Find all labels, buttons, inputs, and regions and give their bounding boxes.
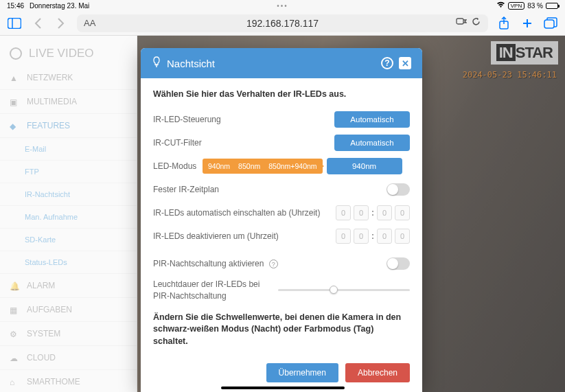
close-icon[interactable]: ✕ bbox=[399, 57, 411, 69]
battery-icon bbox=[546, 3, 558, 9]
modal-header: Nachtsicht ? ✕ bbox=[141, 48, 422, 78]
sidebar-title[interactable]: LIVE VIDEO bbox=[0, 41, 137, 66]
url-bar[interactable]: AA 192.168.178.117 bbox=[77, 14, 488, 32]
extension-icon[interactable] bbox=[456, 16, 467, 30]
auto-off-label: IR-LEDs deaktivieren um (Uhrzeit) bbox=[153, 231, 336, 241]
bulb-icon bbox=[152, 56, 161, 70]
system-icon: ⚙ bbox=[10, 330, 19, 338]
pir-label: PIR-Nachtschaltung aktivieren ? bbox=[153, 259, 387, 269]
sidebar-item-netzwerk[interactable]: ▲NETZWERK bbox=[0, 66, 137, 90]
features-icon: ◆ bbox=[10, 122, 19, 130]
led-mode-tooltip: 940nm 850nm 850nm+940nm bbox=[203, 159, 323, 174]
multimedia-icon: ▣ bbox=[10, 97, 19, 106]
share-icon[interactable] bbox=[496, 16, 511, 31]
alarm-icon: 🔔 bbox=[10, 281, 19, 290]
auto-on-time[interactable]: 0 0 : 0 0 bbox=[336, 205, 410, 220]
cloud-icon: ☁ bbox=[10, 354, 19, 362]
ir-cut-label: IR-CUT-Filter bbox=[153, 138, 334, 148]
led-mode-select[interactable]: 940nm bbox=[327, 158, 402, 174]
battery-pct: 83 % bbox=[527, 2, 543, 10]
sidebar-item-aufnahme[interactable]: Man. Aufnahme bbox=[0, 206, 137, 229]
pir-toggle[interactable] bbox=[387, 257, 410, 270]
sidebar-item-smarthome[interactable]: ⌂SMARTHOME bbox=[0, 370, 137, 392]
info-icon[interactable]: ? bbox=[269, 260, 278, 268]
fixed-schedule-label: Fester IR-Zeitplan bbox=[153, 185, 387, 194]
apply-button[interactable]: Übernehmen bbox=[266, 363, 338, 382]
sidebar-item-aufgaben[interactable]: ▦AUFGABEN bbox=[0, 298, 137, 322]
led-mode-label: LED-Modus bbox=[153, 161, 203, 171]
wifi-icon bbox=[496, 1, 505, 10]
tasks-icon: ▦ bbox=[10, 305, 19, 314]
pir-duration-slider[interactable] bbox=[278, 289, 410, 291]
sidebar-item-system[interactable]: ⚙SYSTEM bbox=[0, 322, 137, 346]
sidebar-item-email[interactable]: E-Mail bbox=[0, 138, 137, 161]
svg-rect-0 bbox=[8, 18, 21, 28]
app-sidebar: LIVE VIDEO ▲NETZWERK ▣MULTIMEDIA ◆FEATUR… bbox=[0, 36, 137, 392]
tabs-icon[interactable] bbox=[543, 16, 558, 31]
auto-on-label: IR-LEDs automatisch einschalten ab (Uhrz… bbox=[153, 208, 336, 218]
status-time: 15:46 bbox=[7, 2, 24, 10]
auto-off-time[interactable]: 0 0 : 0 0 bbox=[336, 229, 410, 244]
nachtsicht-modal: Nachtsicht ? ✕ Wählen Sie hier das Verha… bbox=[141, 48, 422, 392]
status-date: Donnerstag 23. Mai bbox=[30, 2, 89, 10]
help-icon[interactable]: ? bbox=[381, 57, 393, 69]
sidebar-item-cloud[interactable]: ☁CLOUD bbox=[0, 346, 137, 370]
network-icon: ▲ bbox=[10, 73, 19, 82]
record-icon bbox=[10, 47, 22, 60]
vpn-badge: VPN bbox=[508, 2, 524, 10]
sidebar-item-multimedia[interactable]: ▣MULTIMEDIA bbox=[0, 90, 137, 114]
pir-duration-label: Leuchtdauer der IR-LEDs bei PIR-Nachtsch… bbox=[153, 279, 270, 302]
url-text: 192.168.178.117 bbox=[246, 18, 319, 29]
browser-toolbar: AA 192.168.178.117 bbox=[0, 11, 565, 36]
threshold-text: Ändern Sie die Schwellenwerte, bei denen… bbox=[153, 312, 410, 348]
sidebar-item-nachtsicht[interactable]: IR-Nachtsicht bbox=[0, 183, 137, 206]
sidebar-item-sdkarte[interactable]: SD-Karte bbox=[0, 229, 137, 251]
modal-intro: Wählen Sie hier das Verhalten der IR-LED… bbox=[153, 89, 410, 99]
ir-led-label: IR-LED-Steuerung bbox=[153, 115, 334, 124]
forward-icon[interactable] bbox=[54, 16, 69, 31]
status-dots: ••• bbox=[191, 2, 375, 10]
cancel-button[interactable]: Abbrechen bbox=[345, 363, 410, 382]
sidebar-item-ftp[interactable]: FTP bbox=[0, 161, 137, 183]
sidebar-item-statusleds[interactable]: Status-LEDs bbox=[0, 251, 137, 274]
sidebar-item-alarm[interactable]: 🔔ALARM bbox=[0, 274, 137, 298]
reload-icon[interactable] bbox=[471, 16, 481, 30]
ir-led-select[interactable]: Automatisch bbox=[334, 111, 410, 128]
fixed-schedule-toggle[interactable] bbox=[387, 183, 410, 196]
new-tab-icon[interactable] bbox=[520, 16, 535, 31]
status-bar: 15:46 Donnerstag 23. Mai ••• VPN 83 % bbox=[0, 0, 565, 11]
modal-title: Nachtsicht bbox=[167, 58, 376, 69]
text-size-icon[interactable]: AA bbox=[84, 18, 95, 28]
svg-rect-2 bbox=[457, 19, 463, 24]
svg-rect-4 bbox=[544, 20, 554, 28]
back-icon[interactable] bbox=[30, 16, 45, 31]
smarthome-icon: ⌂ bbox=[10, 378, 19, 387]
sidebar-item-features[interactable]: ◆FEATURES bbox=[0, 114, 137, 138]
ir-cut-select[interactable]: Automatisch bbox=[334, 135, 410, 151]
home-indicator[interactable] bbox=[221, 387, 345, 389]
sidebar-toggle-icon[interactable] bbox=[7, 16, 22, 31]
